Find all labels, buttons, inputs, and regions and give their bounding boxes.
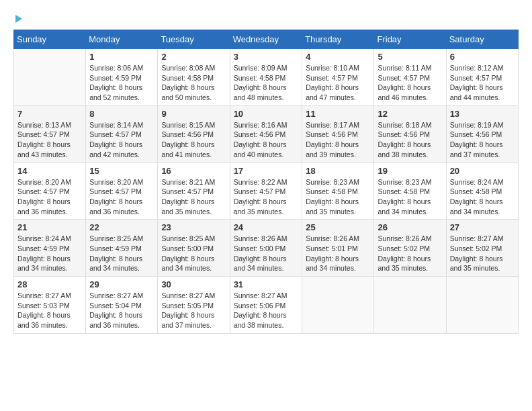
daylight-text: Daylight: 8 hours and 36 minutes. <box>17 311 71 329</box>
calendar-day-header: Saturday <box>446 30 518 49</box>
sunrise-text: Sunrise: 8:14 AM <box>89 121 143 129</box>
calendar-day-cell: 21 Sunrise: 8:24 AM Sunset: 4:59 PM Dayl… <box>14 220 86 277</box>
daylight-text: Daylight: 8 hours and 46 minutes. <box>378 83 431 101</box>
calendar-day-header: Wednesday <box>230 30 302 49</box>
sunrise-text: Sunrise: 8:19 AM <box>450 121 504 129</box>
page-header <box>13 13 519 23</box>
calendar-day-cell: 12 Sunrise: 8:18 AM Sunset: 4:56 PM Dayl… <box>374 105 446 163</box>
sunrise-text: Sunrise: 8:27 AM <box>450 234 504 242</box>
sunrise-text: Sunrise: 8:11 AM <box>378 64 431 72</box>
sunrise-text: Sunrise: 8:21 AM <box>161 178 215 186</box>
sunset-text: Sunset: 5:02 PM <box>378 244 430 253</box>
day-number: 31 <box>234 279 299 289</box>
day-info: Sunrise: 8:20 AM Sunset: 4:57 PM Dayligh… <box>89 177 154 217</box>
day-number: 18 <box>306 166 370 176</box>
calendar-day-cell: 1 Sunrise: 8:06 AM Sunset: 4:59 PM Dayli… <box>86 49 158 106</box>
calendar-day-cell: 13 Sunrise: 8:19 AM Sunset: 4:56 PM Dayl… <box>446 105 518 163</box>
sunset-text: Sunset: 4:56 PM <box>306 130 358 138</box>
calendar-day-cell: 16 Sunrise: 8:21 AM Sunset: 4:57 PM Dayl… <box>158 163 230 220</box>
sunset-text: Sunset: 4:56 PM <box>234 130 286 138</box>
day-info: Sunrise: 8:27 AM Sunset: 5:05 PM Dayligh… <box>161 291 226 330</box>
day-info: Sunrise: 8:19 AM Sunset: 4:56 PM Dayligh… <box>450 120 515 160</box>
calendar-day-header: Tuesday <box>158 30 230 49</box>
sunrise-text: Sunrise: 8:24 AM <box>450 178 504 186</box>
day-info: Sunrise: 8:14 AM Sunset: 4:57 PM Dayligh… <box>89 120 154 160</box>
day-number: 2 <box>161 52 226 62</box>
sunset-text: Sunset: 4:57 PM <box>17 130 70 138</box>
calendar-day-cell: 10 Sunrise: 8:16 AM Sunset: 4:56 PM Dayl… <box>230 105 302 163</box>
calendar-day-cell: 27 Sunrise: 8:27 AM Sunset: 5:02 PM Dayl… <box>446 220 518 277</box>
daylight-text: Daylight: 8 hours and 36 minutes. <box>89 197 142 216</box>
daylight-text: Daylight: 8 hours and 44 minutes. <box>450 83 503 101</box>
day-number: 19 <box>378 166 442 176</box>
sunrise-text: Sunrise: 8:20 AM <box>89 178 143 186</box>
day-info: Sunrise: 8:25 AM Sunset: 4:59 PM Dayligh… <box>89 234 154 273</box>
sunrise-text: Sunrise: 8:27 AM <box>89 291 143 300</box>
day-info: Sunrise: 8:23 AM Sunset: 4:58 PM Dayligh… <box>378 177 442 217</box>
calendar-day-cell: 31 Sunrise: 8:27 AM Sunset: 5:06 PM Dayl… <box>230 277 302 334</box>
calendar-day-cell: 28 Sunrise: 8:27 AM Sunset: 5:03 PM Dayl… <box>14 277 86 334</box>
day-number: 11 <box>306 109 370 119</box>
calendar-day-cell: 8 Sunrise: 8:14 AM Sunset: 4:57 PM Dayli… <box>86 105 158 163</box>
sunrise-text: Sunrise: 8:18 AM <box>378 121 431 129</box>
calendar-day-cell: 11 Sunrise: 8:17 AM Sunset: 4:56 PM Dayl… <box>302 105 374 163</box>
day-number: 15 <box>89 166 154 176</box>
calendar-week-row: 21 Sunrise: 8:24 AM Sunset: 4:59 PM Dayl… <box>14 220 519 277</box>
day-info: Sunrise: 8:06 AM Sunset: 4:59 PM Dayligh… <box>89 63 154 103</box>
day-number: 13 <box>450 109 515 119</box>
calendar-day-header: Friday <box>374 30 446 49</box>
sunset-text: Sunset: 4:59 PM <box>89 244 142 253</box>
calendar-week-row: 28 Sunrise: 8:27 AM Sunset: 5:03 PM Dayl… <box>14 277 519 334</box>
day-number: 21 <box>17 222 82 232</box>
calendar-day-cell: 15 Sunrise: 8:20 AM Sunset: 4:57 PM Dayl… <box>86 163 158 220</box>
sunset-text: Sunset: 4:58 PM <box>450 187 502 195</box>
daylight-text: Daylight: 8 hours and 47 minutes. <box>306 83 359 101</box>
day-number: 1 <box>89 52 154 62</box>
sunset-text: Sunset: 4:57 PM <box>234 187 286 195</box>
calendar-day-header: Thursday <box>302 30 374 49</box>
daylight-text: Daylight: 8 hours and 52 minutes. <box>89 83 142 101</box>
day-info: Sunrise: 8:27 AM Sunset: 5:03 PM Dayligh… <box>17 291 82 330</box>
sunrise-text: Sunrise: 8:23 AM <box>306 178 359 186</box>
calendar-table: SundayMondayTuesdayWednesdayThursdayFrid… <box>13 30 519 334</box>
day-info: Sunrise: 8:08 AM Sunset: 4:58 PM Dayligh… <box>161 63 226 103</box>
daylight-text: Daylight: 8 hours and 35 minutes. <box>234 197 287 216</box>
day-number: 10 <box>234 109 299 119</box>
daylight-text: Daylight: 8 hours and 34 minutes. <box>306 255 359 273</box>
daylight-text: Daylight: 8 hours and 38 minutes. <box>234 311 287 329</box>
day-number: 30 <box>161 279 226 289</box>
day-number: 3 <box>234 52 299 62</box>
sunset-text: Sunset: 4:57 PM <box>378 74 430 82</box>
sunrise-text: Sunrise: 8:25 AM <box>161 234 215 242</box>
day-number: 22 <box>89 222 154 232</box>
day-info: Sunrise: 8:15 AM Sunset: 4:56 PM Dayligh… <box>161 120 226 160</box>
sunset-text: Sunset: 4:58 PM <box>161 74 214 82</box>
sunset-text: Sunset: 4:59 PM <box>89 74 142 82</box>
day-number: 29 <box>89 279 154 289</box>
calendar-day-cell: 24 Sunrise: 8:26 AM Sunset: 5:00 PM Dayl… <box>230 220 302 277</box>
daylight-text: Daylight: 8 hours and 34 minutes. <box>450 197 503 216</box>
day-number: 26 <box>378 222 442 232</box>
calendar-day-cell: 2 Sunrise: 8:08 AM Sunset: 4:58 PM Dayli… <box>158 49 230 106</box>
calendar-week-row: 7 Sunrise: 8:13 AM Sunset: 4:57 PM Dayli… <box>14 105 519 163</box>
daylight-text: Daylight: 8 hours and 48 minutes. <box>234 83 287 101</box>
sunset-text: Sunset: 5:02 PM <box>450 244 502 253</box>
sunset-text: Sunset: 4:56 PM <box>378 130 430 138</box>
calendar-day-cell: 17 Sunrise: 8:22 AM Sunset: 4:57 PM Dayl… <box>230 163 302 220</box>
day-info: Sunrise: 8:27 AM Sunset: 5:06 PM Dayligh… <box>234 291 299 330</box>
calendar-day-cell: 19 Sunrise: 8:23 AM Sunset: 4:58 PM Dayl… <box>374 163 446 220</box>
day-number: 17 <box>234 166 299 176</box>
calendar-week-row: 1 Sunrise: 8:06 AM Sunset: 4:59 PM Dayli… <box>14 49 519 106</box>
day-info: Sunrise: 8:18 AM Sunset: 4:56 PM Dayligh… <box>378 120 442 160</box>
day-number: 27 <box>450 222 515 232</box>
calendar-day-cell: 23 Sunrise: 8:25 AM Sunset: 5:00 PM Dayl… <box>158 220 230 277</box>
calendar-day-cell: 29 Sunrise: 8:27 AM Sunset: 5:04 PM Dayl… <box>86 277 158 334</box>
daylight-text: Daylight: 8 hours and 35 minutes. <box>161 197 214 216</box>
calendar-day-cell: 5 Sunrise: 8:11 AM Sunset: 4:57 PM Dayli… <box>374 49 446 106</box>
daylight-text: Daylight: 8 hours and 34 minutes. <box>17 255 71 273</box>
sunrise-text: Sunrise: 8:26 AM <box>234 234 287 242</box>
day-info: Sunrise: 8:27 AM Sunset: 5:04 PM Dayligh… <box>89 291 154 330</box>
sunset-text: Sunset: 4:57 PM <box>306 74 358 82</box>
daylight-text: Daylight: 8 hours and 34 minutes. <box>234 255 287 273</box>
logo <box>13 13 22 23</box>
